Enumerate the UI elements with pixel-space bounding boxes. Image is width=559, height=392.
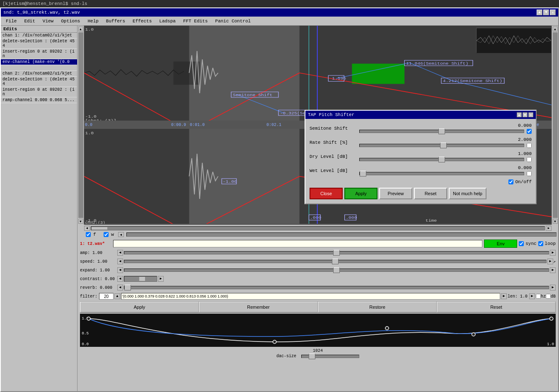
sync-checkbox[interactable]	[519, 241, 524, 246]
filter-input[interactable]	[99, 293, 114, 300]
svg-rect-1	[189, 26, 299, 121]
sidebar-item-ramp[interactable]: ramp-channel 0.000 0.068 5...	[1, 97, 77, 103]
minimize-button[interactable]: ▲	[537, 10, 542, 15]
menu-fft-edits[interactable]: FFT Edits	[180, 18, 211, 24]
close-button[interactable]: ✕	[550, 10, 556, 15]
tap-rate-slider-container: 2.000	[359, 137, 532, 148]
apply-button[interactable]: Apply	[80, 302, 199, 312]
sidebar-item-delete1[interactable]: delete-selection : (delete 454	[1, 39, 77, 49]
filter-label: filter:	[80, 294, 97, 299]
tap-wet-checkbox[interactable]	[527, 171, 532, 176]
tap-onoff-checkbox[interactable]	[508, 179, 513, 184]
sidebar-item-delete2[interactable]: delete-selection : (delete 454	[1, 77, 77, 87]
menu-help[interactable]: Help	[84, 18, 102, 24]
tap-preview-button[interactable]: Preview	[379, 188, 412, 199]
scroll-left-btn[interactable]: ◄	[84, 226, 90, 231]
check-f[interactable]	[86, 232, 91, 237]
scroll-right-btn[interactable]: ►	[546, 226, 552, 231]
contrast-arrow[interactable]: ◄	[117, 276, 123, 282]
expand-arrow[interactable]: ◄	[117, 267, 123, 273]
tap-semitone-row: Semitone Shift 0.000	[310, 123, 532, 134]
menu-edit[interactable]: Edit	[21, 18, 38, 24]
tap-rate-ctrl	[359, 143, 532, 148]
v-scrollbar-right[interactable]: ▲ ▼	[552, 26, 558, 225]
tap-wet-slider[interactable]	[359, 172, 524, 175]
tap-semitone-checkbox[interactable]	[527, 129, 532, 134]
amp-slider[interactable]	[124, 251, 549, 254]
sidebar-item-env1[interactable]: env-channel (make-env '(0.0	[1, 59, 77, 65]
menu-ladspa[interactable]: Ladspa	[156, 18, 179, 24]
check-w[interactable]	[104, 232, 109, 237]
db-checkbox[interactable]	[546, 294, 551, 299]
tap-reset-button[interactable]: Reset	[414, 188, 447, 199]
sidebar-item-chan2[interactable]: chan 2: /div/notam02/u1/kjet	[1, 71, 77, 77]
menu-view[interactable]: View	[39, 18, 57, 24]
amp-arrow[interactable]: ◄	[117, 250, 123, 256]
tap-dry-value: 1.000	[518, 151, 532, 156]
tap-apply-button[interactable]: Apply	[344, 188, 378, 199]
tap-semitone-ctrl	[359, 129, 532, 134]
tap-close-title-btn[interactable]: ✕	[528, 112, 533, 117]
track-input[interactable]	[113, 240, 482, 247]
contrast-right-arrow[interactable]: ►	[158, 276, 164, 282]
tap-rate-slider[interactable]	[359, 144, 524, 147]
menu-buffers[interactable]: Buffers	[103, 18, 128, 24]
track-label: 1: t2.wav*	[80, 242, 113, 246]
reset-button[interactable]: Reset	[437, 302, 556, 312]
filter-up-btn[interactable]: ▲	[114, 293, 120, 299]
tap-wet-ctrl	[359, 171, 532, 176]
tap-help-button[interactable]: Not much help	[449, 188, 486, 199]
expand-slider[interactable]	[124, 269, 549, 272]
tap-rate-value: 2.000	[518, 137, 532, 142]
amp-right-arrow[interactable]: ►	[550, 250, 556, 256]
hz-checkbox[interactable]	[536, 294, 541, 299]
reverb-right-arrow[interactable]: ►	[550, 285, 556, 290]
h-scrollbar[interactable]: ◄ ►	[84, 225, 552, 231]
contrast-slider[interactable]	[124, 276, 157, 282]
sidebar-title: Edits	[1, 26, 77, 33]
tap-close-button[interactable]: Close	[310, 188, 343, 199]
tap-maximize-btn[interactable]: ▼	[523, 112, 528, 117]
menu-effects[interactable]: Effects	[129, 18, 155, 24]
tap-dry-checkbox[interactable]	[527, 157, 532, 162]
remember-button[interactable]: Remember	[199, 302, 318, 312]
speed-right-arrow[interactable]: ►	[547, 259, 553, 264]
sidebar-item-insert1[interactable]: insert-region 0 at 89202 : (in	[1, 49, 77, 59]
scroll-up-btn[interactable]: ▲	[78, 27, 83, 31]
expand-right-arrow[interactable]: ►	[550, 267, 556, 273]
tap-rate-checkbox[interactable]	[527, 143, 532, 148]
tap-dialog-content: Semitone Shift 0.000 Rate Shift [%] 2.00…	[305, 119, 536, 203]
svg-text:[chn1: (3)]: [chn1: (3)]	[85, 119, 116, 121]
reverb-arrow[interactable]: ◄	[117, 285, 123, 290]
speed-arrow[interactable]: ◄	[117, 259, 123, 264]
menu-panic-control[interactable]: Panic Control	[212, 18, 254, 24]
zoom-scroll-left[interactable]: ◄	[118, 232, 124, 237]
filter-scroll-btn[interactable]: ►	[501, 293, 507, 299]
tap-wet-label: Wet Level [dB]	[310, 168, 359, 173]
svg-text:1.595: 1.595	[332, 76, 346, 81]
sidebar-item-insert2[interactable]: insert-region 0 at 89202 : (in	[1, 87, 77, 97]
v-scrollbar-left[interactable]: ▲ ▼	[77, 26, 84, 225]
dac-slider[interactable]	[301, 355, 359, 358]
scroll-down-btn[interactable]: ▼	[78, 219, 83, 224]
time-label-0: 0.0	[85, 123, 92, 127]
scroll-up-right-btn[interactable]: ▲	[553, 27, 558, 31]
hz-label: hz	[541, 294, 546, 299]
tap-semitone-slider[interactable]	[359, 130, 524, 133]
svg-rect-30	[189, 129, 299, 224]
speed-slider[interactable]	[124, 260, 547, 263]
tap-dry-slider[interactable]	[359, 158, 524, 161]
restore-button[interactable]: Restore	[318, 302, 437, 312]
loop-checkbox[interactable]	[538, 241, 543, 246]
tap-semitone-value: 0.000	[518, 123, 532, 128]
maximize-button[interactable]: ▼	[543, 10, 549, 15]
sidebar-item-chan1[interactable]: chan 1: /div/notam02/u1/kjet	[1, 33, 77, 39]
len-scroll-btn[interactable]: ►	[529, 293, 535, 299]
reverb-slider[interactable]	[124, 286, 549, 289]
filter-value[interactable]	[121, 293, 500, 300]
env-button[interactable]: Env	[484, 240, 517, 248]
menu-options[interactable]: Options	[58, 18, 83, 24]
menu-file[interactable]: File	[2, 18, 20, 24]
tap-minimize-btn[interactable]: ▲	[517, 112, 522, 117]
scroll-down-right-btn[interactable]: ▼	[553, 219, 558, 224]
